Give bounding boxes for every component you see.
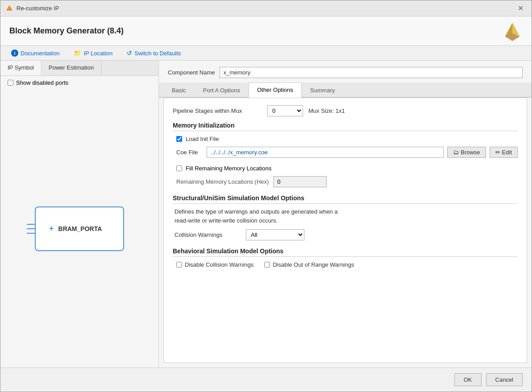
- header-bar: Block Memory Generator (8.4): [0, 17, 532, 46]
- port-line-1: [27, 224, 35, 225]
- port-line-3: [27, 233, 35, 234]
- vivado-logo-area: [503, 21, 523, 41]
- browse-label: Browse: [461, 149, 480, 156]
- left-tabs: IP Symbol Power Estimation: [0, 61, 158, 76]
- behavioral-title: Behavioral Simulation Model Options: [173, 248, 518, 257]
- footer: OK Cancel: [0, 367, 532, 392]
- title-bar: Re-customize IP ✕: [0, 0, 532, 17]
- folder-icon: 📁: [74, 50, 81, 57]
- disable-out-of-range-label: Disable Out of Range Warnings: [273, 261, 354, 268]
- ip-location-button[interactable]: 📁 IP Location: [72, 49, 114, 58]
- structural-title: Structural/UniSim Simulation Model Optio…: [173, 194, 518, 204]
- app-icon: [6, 5, 13, 12]
- browse-button[interactable]: 🗂 Browse: [447, 147, 486, 158]
- collision-warnings-select[interactable]: All Warning Only Generate X Only None: [246, 229, 304, 240]
- load-init-file-checkbox[interactable]: [176, 136, 182, 142]
- vivado-logo: [503, 21, 523, 41]
- tab-other-options[interactable]: Other Options: [249, 83, 302, 98]
- svg-marker-0: [7, 6, 12, 10]
- load-init-file-label: Load Init File: [186, 136, 219, 142]
- ip-location-label: IP Location: [83, 50, 112, 57]
- documentation-label: Documentation: [21, 50, 59, 57]
- toolbar-bar: i Documentation 📁 IP Location ↺ Switch t…: [0, 46, 532, 61]
- pipeline-stages-select[interactable]: 0 1 2: [267, 105, 303, 116]
- info-icon: i: [11, 50, 18, 57]
- structural-desc-text: Defines the type of warnings and outputs…: [175, 208, 338, 224]
- other-options-content: Pipeline Stages within Mux 0 1 2 Mux Siz…: [163, 98, 527, 363]
- browse-icon: 🗂: [453, 149, 459, 156]
- refresh-icon: ↺: [127, 50, 132, 57]
- right-panel: Component Name Basic Port A Options Othe…: [159, 61, 532, 367]
- main-content: IP Symbol Power Estimation Show disabled…: [0, 61, 532, 367]
- left-panel: IP Symbol Power Estimation Show disabled…: [0, 61, 159, 367]
- coe-file-input[interactable]: [207, 147, 444, 158]
- coe-file-label: Coe File: [176, 149, 203, 156]
- tabs-bar: Basic Port A Options Other Options Summa…: [159, 83, 532, 98]
- coe-file-row: Coe File 🗂 Browse ✏ Edit: [173, 147, 518, 158]
- bram-label: BRAM_PORTA: [58, 225, 102, 232]
- ok-button[interactable]: OK: [454, 373, 482, 386]
- show-disabled-ports-checkbox[interactable]: [8, 80, 13, 86]
- disable-out-of-range-checkbox[interactable]: [264, 262, 270, 268]
- switch-to-defaults-button[interactable]: ↺ Switch to Defaults: [125, 49, 183, 58]
- tab-summary[interactable]: Summary: [302, 83, 344, 98]
- fill-remaining-row: Fill Remaining Memory Locations: [173, 165, 518, 172]
- tab-basic[interactable]: Basic: [163, 83, 195, 98]
- component-name-input[interactable]: [220, 67, 523, 78]
- close-button[interactable]: ✕: [515, 3, 526, 13]
- memory-initialization-title: Memory Initialization: [173, 122, 518, 131]
- switch-to-defaults-label: Switch to Defaults: [134, 50, 181, 57]
- mux-size-label: Mux Size: 1x1: [308, 107, 345, 114]
- tab-ip-symbol[interactable]: IP Symbol: [0, 61, 42, 75]
- tab-port-a-options[interactable]: Port A Options: [195, 83, 249, 98]
- page-title: Block Memory Generator (8.4): [9, 26, 124, 36]
- edit-icon: ✏: [495, 149, 500, 156]
- show-disabled-ports-label: Show disabled ports: [16, 79, 68, 86]
- disable-collision-label: Disable Collision Warnings: [185, 261, 254, 268]
- load-init-file-row: Load Init File: [173, 136, 518, 142]
- remaining-hex-input[interactable]: [273, 176, 327, 187]
- window-title: Re-customize IP: [17, 5, 59, 12]
- symbol-area: + BRAM_PORTA: [0, 90, 158, 367]
- remaining-hex-row: Remaining Memory Locations (Hex): [173, 176, 518, 187]
- collision-warnings-label: Collision Warnings: [175, 231, 241, 238]
- cancel-button[interactable]: Cancel: [486, 373, 523, 386]
- component-name-label: Component Name: [168, 69, 215, 76]
- bram-plus-icon: +: [49, 224, 54, 233]
- bram-port-lines: [27, 224, 35, 234]
- structural-desc: Defines the type of warnings and outputs…: [173, 207, 518, 225]
- disable-out-of-range-item: Disable Out of Range Warnings: [264, 261, 354, 268]
- pipeline-stages-row: Pipeline Stages within Mux 0 1 2 Mux Siz…: [173, 105, 518, 116]
- behavioral-checkboxes: Disable Collision Warnings Disable Out o…: [173, 261, 518, 268]
- show-disabled-ports-row: Show disabled ports: [0, 76, 158, 90]
- disable-collision-item: Disable Collision Warnings: [176, 261, 254, 268]
- tab-power-estimation[interactable]: Power Estimation: [42, 61, 101, 75]
- documentation-button[interactable]: i Documentation: [9, 49, 61, 58]
- disable-collision-checkbox[interactable]: [176, 262, 182, 268]
- fill-remaining-checkbox[interactable]: [176, 165, 182, 171]
- component-name-row: Component Name: [159, 61, 532, 83]
- edit-button[interactable]: ✏ Edit: [490, 147, 518, 158]
- fill-remaining-label: Fill Remaining Memory Locations: [186, 165, 271, 172]
- collision-warnings-row: Collision Warnings All Warning Only Gene…: [173, 229, 518, 240]
- edit-label: Edit: [502, 149, 512, 156]
- bram-symbol: + BRAM_PORTA: [35, 206, 124, 251]
- remaining-hex-label: Remaining Memory Locations (Hex): [176, 178, 269, 185]
- header-left: Block Memory Generator (8.4): [9, 26, 124, 36]
- pipeline-stages-label: Pipeline Stages within Mux: [173, 107, 262, 114]
- port-line-2: [27, 228, 35, 229]
